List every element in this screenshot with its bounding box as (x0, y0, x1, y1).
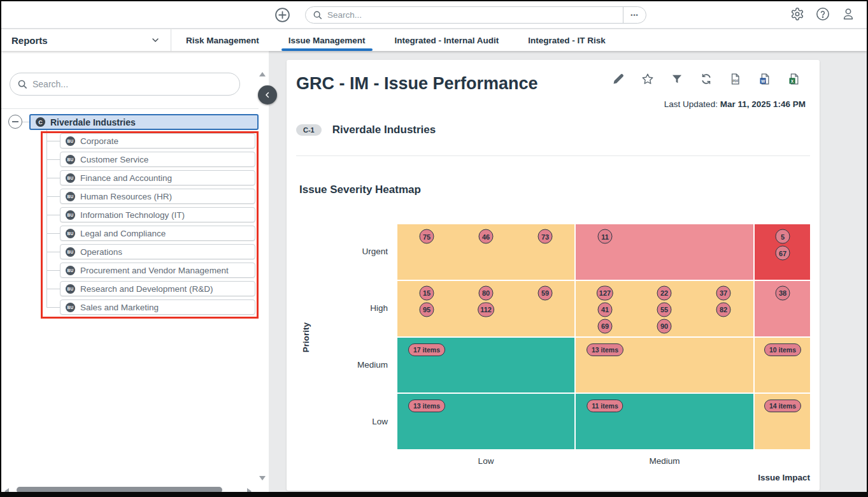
tree-item-label: Customer Service (80, 155, 148, 164)
scroll-left-icon[interactable] (4, 488, 9, 494)
nav-tab-label: Integrated - Internal Audit (395, 36, 499, 45)
active-tab-underline (281, 48, 373, 51)
heatmap-cell[interactable]: 10 items (755, 338, 810, 393)
tree-item-label: Riverdale Industries (50, 117, 136, 127)
plus-circle-icon[interactable] (274, 7, 290, 23)
app-window: ••• Reports Risk ManagementIssue Managem… (0, 0, 868, 497)
heatmap-bubble[interactable]: 73 (538, 229, 553, 244)
heatmap-grid: 7546731156715805995112127223741558269903… (397, 224, 810, 450)
scroll-up-icon[interactable] (259, 72, 266, 76)
heatmap-cell[interactable]: 567 (755, 224, 810, 280)
nav-tab-1[interactable]: Issue Management (274, 29, 380, 51)
tree-item-business-unit[interactable]: BUInformation Technology (IT) (60, 207, 255, 222)
heatmap-bubble[interactable]: 67 (776, 246, 790, 261)
tree-item-business-unit[interactable]: BUProcurement and Vendor Management (60, 263, 255, 278)
heatmap-bubble[interactable]: 90 (657, 319, 672, 333)
tree-item-business-unit[interactable]: BUResearch and Development (R&D) (60, 281, 255, 296)
search-icon (17, 79, 28, 90)
heatmap-count-pill[interactable]: 17 items (408, 343, 445, 356)
edit-pencil-icon[interactable] (612, 73, 625, 85)
heatmap-count-pill[interactable]: 11 items (587, 400, 623, 412)
heatmap-cell[interactable]: 13 items (576, 338, 753, 393)
y-axis-tick-label: High (287, 303, 388, 313)
heatmap-bubble[interactable]: 127 (597, 285, 613, 300)
heatmap-bubble[interactable]: 75 (420, 229, 434, 244)
tree-item-label: Sales and Marketing (80, 303, 159, 312)
heatmap-bubble[interactable]: 11 (598, 229, 613, 244)
tree-item-business-unit[interactable]: BUSales and Marketing (60, 299, 255, 315)
heatmap-bubble[interactable]: 5 (776, 229, 790, 244)
heatmap-cell[interactable]: 14 items (755, 394, 810, 449)
tree-item-business-unit[interactable]: BUCustomer Service (60, 152, 255, 167)
star-icon[interactable] (641, 73, 654, 85)
tree-item-business-unit[interactable]: BUHuman Resources (HR) (60, 189, 255, 204)
heatmap-cell[interactable]: 754673 (397, 224, 574, 280)
heatmap-bubble[interactable]: 15 (420, 285, 434, 300)
heatmap-bubble[interactable]: 41 (598, 302, 613, 317)
heatmap-cell[interactable]: 13 items (397, 394, 574, 449)
heatmap-bubble[interactable]: 112 (478, 302, 494, 317)
chart-title: Issue Severity Heatmap (299, 184, 421, 196)
tree-item-business-unit[interactable]: BUCorporate (60, 133, 255, 148)
nav-tab-0[interactable]: Risk Management (171, 29, 274, 51)
heatmap-count-pill[interactable]: 13 items (587, 343, 623, 356)
heatmap-cell[interactable]: 17 items (397, 338, 574, 393)
heatmap-bubble[interactable]: 82 (716, 302, 731, 317)
refresh-icon[interactable] (700, 73, 713, 85)
heatmap-cell[interactable]: 15805995112 (397, 281, 574, 336)
export-word-icon[interactable]: W (758, 73, 771, 85)
horizontal-scrollbar-thumb[interactable] (17, 487, 222, 493)
scroll-down-icon[interactable] (259, 476, 266, 480)
heatmap-bubble[interactable]: 59 (538, 285, 553, 300)
export-excel-icon[interactable]: X (788, 73, 800, 85)
heatmap-count-pill[interactable]: 14 items (764, 400, 801, 412)
gear-icon[interactable] (790, 7, 804, 21)
tree-item-label: Information Technology (IT) (80, 210, 185, 220)
heatmap-cell[interactable]: 11 (576, 224, 753, 280)
ellipsis-icon: ••• (630, 12, 638, 18)
x-axis-tick-label: Low (478, 456, 494, 466)
tree-item-label: Finance and Accounting (80, 173, 172, 183)
tree-connector (46, 130, 47, 307)
search-options-button[interactable]: ••• (623, 7, 646, 23)
business-unit-badge: BU (66, 155, 75, 164)
tree-search-input[interactable] (32, 79, 239, 89)
heatmap-bubble[interactable]: 37 (716, 285, 731, 300)
heatmap-count-pill[interactable]: 13 items (408, 400, 445, 412)
user-profile-icon[interactable] (841, 7, 855, 21)
tree-item-label: Human Resources (HR) (80, 192, 172, 201)
heatmap-bubble[interactable]: 80 (479, 285, 494, 300)
reports-dropdown[interactable]: Reports (1, 29, 171, 51)
nav-tab-3[interactable]: Integrated - IT Risk (513, 29, 620, 51)
heatmap-bubble[interactable]: 69 (598, 319, 613, 333)
heatmap-bubble[interactable]: 55 (657, 302, 672, 317)
nav-tab-2[interactable]: Integrated - Internal Audit (380, 29, 514, 51)
filter-icon[interactable] (671, 73, 683, 85)
svg-text:W: W (761, 79, 765, 83)
tree-item-business-unit[interactable]: BUOperations (60, 244, 255, 259)
tree-item-label: Corporate (80, 136, 118, 146)
heatmap-cell[interactable]: 12722374155826990 (576, 281, 753, 336)
export-pdf-icon[interactable]: PDF (729, 73, 742, 85)
tree-connector (22, 122, 29, 122)
collapse-panel-button[interactable] (258, 85, 277, 104)
tree-item-company[interactable]: C Riverdale Industries (29, 114, 259, 130)
tree-item-business-unit[interactable]: BULegal and Compliance (60, 226, 255, 241)
tree-item-business-unit[interactable]: BUFinance and Accounting (60, 170, 255, 185)
business-unit-badge: BU (66, 284, 75, 294)
heatmap-bubble[interactable]: 46 (479, 229, 494, 244)
heatmap-count-pill[interactable]: 10 items (764, 343, 801, 356)
tree-collapse-minus-icon[interactable] (8, 115, 22, 129)
heatmap-cell[interactable]: 11 items (576, 394, 753, 449)
heatmap-bubble[interactable]: 95 (420, 302, 434, 317)
search-input[interactable] (327, 10, 623, 20)
x-axis-title: Issue Impact (758, 473, 810, 482)
business-unit-badge: BU (66, 173, 75, 183)
report-card: GRC - IM - Issue Performance PDF W X Las… (287, 60, 820, 491)
scroll-right-icon[interactable] (247, 488, 252, 494)
heatmap-cell[interactable]: 38 (755, 281, 810, 336)
heatmap-bubble[interactable]: 38 (776, 285, 790, 300)
help-icon[interactable] (816, 7, 830, 21)
heatmap-bubble[interactable]: 22 (657, 285, 672, 300)
y-axis-tick-label: Medium (287, 360, 388, 370)
